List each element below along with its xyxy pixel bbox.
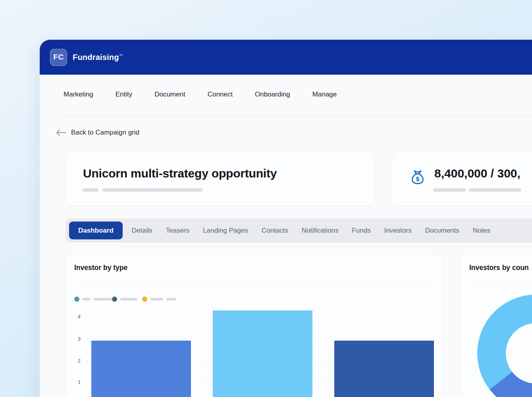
card-divider xyxy=(74,283,434,283)
y-axis-tick: 3 xyxy=(73,336,81,342)
svg-text:$: $ xyxy=(416,175,420,183)
back-to-campaign-grid-link[interactable]: Back to Campaign grid xyxy=(56,129,139,137)
raise-amount-value: 8,400,000 / 300, xyxy=(434,167,520,180)
legend-label-skeleton xyxy=(150,298,163,301)
app-window: FC Fundraising™ Marketing Entity Documen… xyxy=(40,40,532,397)
chart-legend-item xyxy=(142,297,176,302)
trademark-symbol: ™ xyxy=(119,54,123,58)
skeleton-placeholder xyxy=(469,188,521,192)
legend-label-skeleton xyxy=(94,298,112,301)
legend-dot xyxy=(142,297,147,302)
nav-item-connect[interactable]: Connect xyxy=(208,91,233,98)
nav-divider xyxy=(58,115,532,116)
nav-item-document[interactable]: Document xyxy=(154,91,185,98)
y-axis-tick: 2 xyxy=(73,358,81,364)
donut-chart xyxy=(477,295,532,397)
donut-hole xyxy=(506,323,532,384)
skeleton-placeholder xyxy=(102,188,202,192)
legend-dot xyxy=(74,297,79,302)
investor-by-type-card: Investor by type 4 3 2 1 xyxy=(66,255,443,397)
bar-segment xyxy=(91,341,191,397)
bar-segment xyxy=(334,341,434,397)
card-divider xyxy=(469,283,532,283)
campaign-tab-bar: Dashboard Details Teasers Landing Pages … xyxy=(66,218,532,243)
legend-label-skeleton xyxy=(120,298,137,301)
tab-notifications[interactable]: Notifications xyxy=(295,227,345,235)
legend-label-skeleton xyxy=(166,298,176,301)
chart-legend-item xyxy=(112,297,137,302)
primary-nav: Marketing Entity Document Connect Onboar… xyxy=(64,91,337,98)
raise-amount-card: $ 8,400,000 / 300, xyxy=(392,152,532,206)
y-axis-tick: 4 xyxy=(73,314,81,320)
bar-segment xyxy=(213,310,312,397)
back-link-label: Back to Campaign grid xyxy=(71,129,139,137)
tab-contacts[interactable]: Contacts xyxy=(255,227,295,235)
tab-documents[interactable]: Documents xyxy=(418,227,466,235)
tab-dashboard[interactable]: Dashboard xyxy=(69,222,123,239)
money-bag-icon: $ xyxy=(408,168,427,187)
app-logo[interactable]: FC xyxy=(50,49,67,66)
investors-by-country-card: Investors by coun xyxy=(461,255,532,397)
investor-by-type-title: Investor by type xyxy=(74,264,127,272)
nav-item-entity[interactable]: Entity xyxy=(116,91,133,98)
skeleton-placeholder xyxy=(83,188,98,192)
tab-funds[interactable]: Funds xyxy=(345,227,377,235)
investors-by-country-title: Investors by coun xyxy=(469,264,529,272)
app-title: Fundraising™ xyxy=(73,53,123,62)
y-axis-tick: 1 xyxy=(73,379,81,385)
legend-label-skeleton xyxy=(83,298,91,301)
chart-legend-item xyxy=(74,297,112,302)
tab-teasers[interactable]: Teasers xyxy=(159,227,197,235)
campaign-title: Unicorn multi-strategy opportunity xyxy=(83,167,277,180)
campaign-summary-card: Unicorn multi-strategy opportunity xyxy=(66,152,374,206)
legend-dot xyxy=(112,297,117,302)
nav-item-onboarding[interactable]: Onboarding xyxy=(255,91,290,98)
tab-details[interactable]: Details xyxy=(125,227,159,235)
tab-notes[interactable]: Notes xyxy=(466,227,497,235)
app-header: FC Fundraising™ xyxy=(40,40,532,75)
tab-landing-pages[interactable]: Landing Pages xyxy=(196,227,254,235)
arrow-left-icon xyxy=(56,129,66,136)
nav-item-marketing[interactable]: Marketing xyxy=(64,91,93,98)
skeleton-placeholder xyxy=(433,188,466,192)
nav-item-manage[interactable]: Manage xyxy=(312,91,337,98)
tab-investors[interactable]: Investors xyxy=(378,227,418,235)
